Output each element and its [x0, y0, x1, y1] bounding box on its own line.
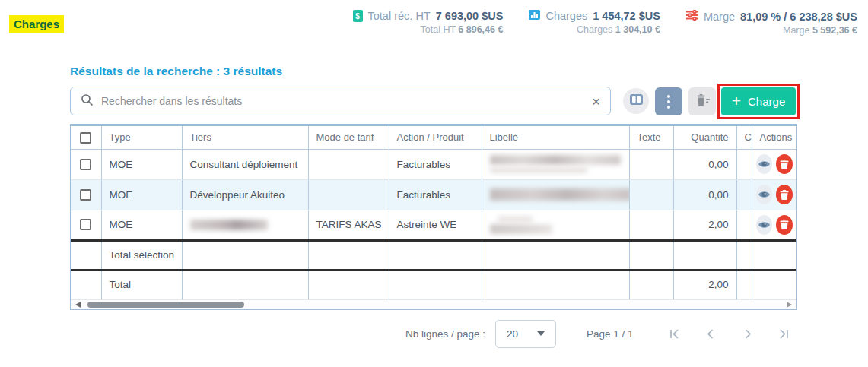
cell-tiers: Consultant déploiement: [182, 149, 308, 179]
total-selection-quantite: [673, 240, 736, 270]
cell-quantite: 2,00: [673, 210, 736, 240]
cell-libelle-redacted: [482, 149, 629, 179]
col-header-actions: Actions: [752, 126, 796, 149]
results-table: Type Tiers Mode de tarif Action / Produi…: [70, 124, 797, 310]
columns-icon: [630, 94, 643, 108]
page-title: Charges: [9, 15, 64, 33]
stat-total-rec-ht: $ Total réc. HT 7 693,00 $US Total HT 6 …: [353, 10, 504, 36]
stat-value: 1 454,72 $US: [593, 10, 660, 22]
stat-value: 81,09 % / 6 238,28 $US: [740, 11, 857, 23]
total-selection-row: Total sélection: [71, 240, 796, 270]
view-row-button[interactable]: [756, 215, 773, 235]
scroll-right-arrow-icon[interactable]: [787, 302, 792, 308]
chevron-down-icon: [537, 331, 545, 336]
cell-texte: [629, 149, 673, 179]
total-label: Total: [101, 270, 182, 299]
delete-row-button[interactable]: [776, 215, 793, 235]
delete-row-button[interactable]: [776, 154, 793, 174]
scrollbar-thumb[interactable]: [87, 302, 244, 308]
add-charge-annotation: + Charge: [717, 84, 800, 119]
delete-row-button[interactable]: [776, 185, 793, 204]
row-checkbox[interactable]: [80, 189, 91, 201]
invoice-dollar-icon: $: [353, 10, 363, 22]
cell-mode-de-tarif: [308, 179, 389, 210]
cell-quantite: 0,00: [673, 149, 736, 179]
stat-label: Marge: [704, 11, 735, 23]
stat-marge: Marge 81,09 % / 6 238,28 $US Marge 5 592…: [686, 10, 857, 36]
trash-lines-icon: [695, 94, 710, 109]
scroll-left-arrow-icon[interactable]: [75, 302, 81, 308]
stat-sub-label: Marge: [783, 25, 809, 36]
col-header-action-produit[interactable]: Action / Produit: [389, 126, 482, 149]
cell-type: MOE: [101, 149, 182, 179]
add-charge-label: Charge: [748, 95, 785, 108]
stat-label: Charges: [545, 10, 587, 22]
cell-type: MOE: [101, 179, 182, 210]
add-charge-button[interactable]: + Charge: [721, 87, 796, 115]
cell-tiers-redacted: [182, 210, 308, 240]
rows-per-page-label: Nb lignes / page :: [405, 328, 485, 340]
stat-value: 7 693,00 $US: [436, 10, 504, 22]
col-header-tiers[interactable]: Tiers: [182, 126, 308, 149]
next-page-icon[interactable]: [742, 328, 753, 340]
search-input[interactable]: [101, 95, 584, 107]
sliders-icon: [686, 10, 698, 23]
columns-button[interactable]: [623, 88, 649, 114]
horizontal-scrollbar[interactable]: [71, 300, 796, 309]
table-row[interactable]: MOE Consultant déploiement Facturables 0…: [71, 149, 796, 179]
stat-label: Total réc. HT: [368, 10, 431, 22]
select-all-checkbox[interactable]: [80, 132, 91, 144]
row-checkbox[interactable]: [80, 219, 91, 230]
cell-libelle-redacted: [482, 179, 629, 210]
stat-sub-value: 1 304,10 €: [615, 24, 660, 35]
pagination-bar: Nb lignes / page : 20 Page 1 / 1: [405, 319, 790, 348]
clear-search-icon[interactable]: ×: [592, 94, 600, 109]
total-selection-label: Total sélection: [101, 240, 182, 270]
search-icon: [81, 93, 94, 109]
table-header-row: Type Tiers Mode de tarif Action / Produi…: [71, 126, 796, 149]
cell-cout: [736, 210, 752, 240]
cell-action-produit: Astreinte WE: [389, 210, 482, 240]
stat-sub-label: Charges: [577, 24, 612, 35]
charges-page: Charges $ Total réc. HT 7 693,00 $US Tot…: [0, 0, 868, 367]
col-header-texte[interactable]: Texte: [629, 126, 673, 149]
total-row: Total 2,00: [71, 270, 796, 299]
col-header-libelle[interactable]: Libellé: [482, 126, 629, 149]
delete-selection-button[interactable]: [688, 87, 716, 115]
cell-cout: [736, 149, 752, 179]
view-row-button[interactable]: [756, 154, 773, 174]
view-row-button[interactable]: [756, 185, 773, 204]
table-row[interactable]: MOE Développeur Akuiteo Facturables 0,00: [71, 179, 796, 210]
table-row[interactable]: MOE TARIFS AKAS Astreinte WE 2,00: [71, 210, 796, 240]
results-heading: Résultats de la recherche : 3 résultats: [70, 65, 282, 78]
col-header-mode-de-tarif[interactable]: Mode de tarif: [308, 126, 389, 149]
prev-page-icon[interactable]: [705, 328, 717, 340]
cell-texte: [629, 210, 673, 240]
cell-tiers: Développeur Akuiteo: [182, 179, 308, 210]
search-box: ×: [70, 87, 611, 115]
col-header-quantite[interactable]: Quantité: [673, 126, 736, 149]
cell-action-produit: Facturables: [389, 149, 482, 179]
cell-cout: [736, 179, 752, 210]
col-header-cout[interactable]: Co: [736, 126, 752, 149]
stat-charges: Charges 1 454,72 $US Charges 1 304,10 €: [529, 10, 660, 36]
cell-type: MOE: [101, 210, 182, 240]
bar-chart-icon: [529, 10, 540, 22]
col-header-type[interactable]: Type: [101, 126, 182, 149]
page-indicator: Page 1 / 1: [587, 328, 634, 340]
stat-sub-value: 6 896,46 €: [458, 24, 503, 35]
total-quantite: 2,00: [673, 270, 736, 299]
cell-mode-de-tarif: [308, 149, 389, 179]
summary-stats: $ Total réc. HT 7 693,00 $US Total HT 6 …: [353, 10, 857, 36]
row-checkbox[interactable]: [80, 159, 91, 170]
cell-libelle-redacted: [482, 210, 629, 240]
last-page-icon[interactable]: [778, 328, 790, 340]
first-page-icon[interactable]: [669, 328, 680, 340]
cell-quantite: 0,00: [673, 179, 736, 210]
plus-icon: +: [732, 93, 741, 109]
rows-per-page-value: 20: [507, 328, 518, 340]
cell-action-produit: Facturables: [389, 179, 482, 210]
cell-texte: [629, 179, 673, 210]
rows-per-page-select[interactable]: 20: [495, 320, 556, 348]
more-options-button[interactable]: [655, 87, 682, 115]
